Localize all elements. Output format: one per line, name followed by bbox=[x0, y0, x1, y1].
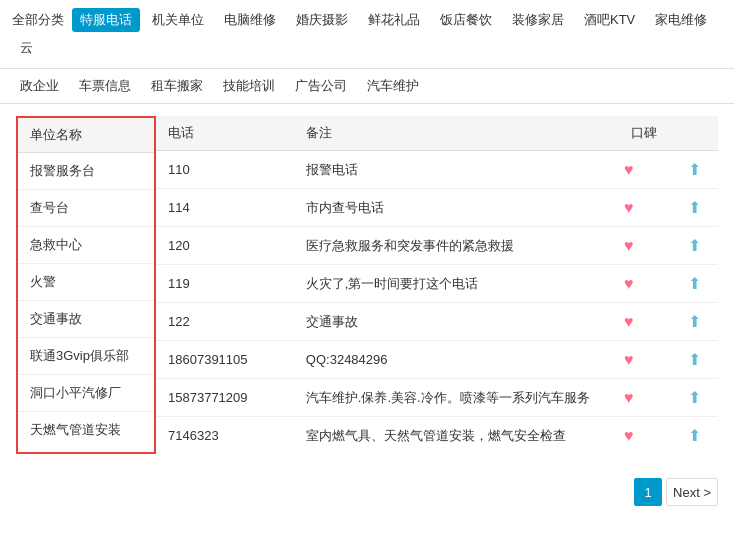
note-cell: 市内查号电话 bbox=[294, 189, 612, 227]
heart-icon[interactable]: ♥ bbox=[624, 427, 634, 444]
table-row: 119 火灾了,第一时间要打这个电话 ♥ ⬆ bbox=[156, 265, 718, 303]
heart-icon[interactable]: ♥ bbox=[624, 275, 634, 292]
phone-cell: 122 bbox=[156, 303, 294, 341]
nav-item-tejianhua[interactable]: 特服电话 bbox=[72, 8, 140, 32]
nav-item-qicheweihu[interactable]: 汽车维护 bbox=[359, 74, 427, 98]
nav-row1: 全部分类 特服电话 机关单位 电脑维修 婚庆摄影 鲜花礼品 饭店餐饮 装修家居 … bbox=[0, 0, 734, 69]
up-icon[interactable]: ⬆ bbox=[688, 161, 701, 178]
nav-row2: 政企业 车票信息 租车搬家 技能培训 广告公司 汽车维护 bbox=[0, 69, 734, 104]
up-icon[interactable]: ⬆ bbox=[688, 199, 701, 216]
note-cell: 火灾了,第一时间要打这个电话 bbox=[294, 265, 612, 303]
nav-item-hunqingsheying[interactable]: 婚庆摄影 bbox=[288, 8, 356, 32]
up-icon[interactable]: ⬆ bbox=[688, 389, 701, 406]
nav-item-more[interactable]: 云 bbox=[12, 36, 41, 60]
phone-cell: 114 bbox=[156, 189, 294, 227]
up-icon[interactable]: ⬆ bbox=[688, 313, 701, 330]
heart-icon[interactable]: ♥ bbox=[624, 351, 634, 368]
col-header-rating: 口碑 bbox=[612, 116, 676, 151]
name-cell-4: 交通事故 bbox=[18, 301, 154, 338]
col-header-phone: 电话 bbox=[156, 116, 294, 151]
note-cell: 报警电话 bbox=[294, 151, 612, 189]
rating-cell: ♥ bbox=[612, 189, 676, 227]
rating-cell: ♥ bbox=[612, 227, 676, 265]
name-column: 单位名称 报警服务台 查号台 急救中心 火警 交通事故 联通3Gvip俱乐部 洞… bbox=[16, 116, 156, 454]
phone-cell: 15873771209 bbox=[156, 379, 294, 417]
table-row: 110 报警电话 ♥ ⬆ bbox=[156, 151, 718, 189]
heart-icon[interactable]: ♥ bbox=[624, 389, 634, 406]
action-cell: ⬆ bbox=[676, 151, 718, 189]
note-cell: 汽车维护.保养.美容.冷作。喷漆等一系列汽车服务 bbox=[294, 379, 612, 417]
nav-item-diannaoWeixiu[interactable]: 电脑维修 bbox=[216, 8, 284, 32]
col-header-name: 单位名称 bbox=[18, 118, 154, 153]
phone-cell: 119 bbox=[156, 265, 294, 303]
up-icon[interactable]: ⬆ bbox=[688, 275, 701, 292]
nav-item-zuqiebanjia[interactable]: 租车搬家 bbox=[143, 74, 211, 98]
up-icon[interactable]: ⬆ bbox=[688, 427, 701, 444]
col-header-note: 备注 bbox=[294, 116, 612, 151]
action-cell: ⬆ bbox=[676, 379, 718, 417]
phone-cell: 110 bbox=[156, 151, 294, 189]
pagination: 1 Next > bbox=[0, 466, 734, 518]
name-cell-5: 联通3Gvip俱乐部 bbox=[18, 338, 154, 375]
name-cell-1: 查号台 bbox=[18, 190, 154, 227]
phone-cell: 120 bbox=[156, 227, 294, 265]
action-cell: ⬆ bbox=[676, 341, 718, 379]
rating-cell: ♥ bbox=[612, 341, 676, 379]
nav-item-jinengpeixun[interactable]: 技能培训 bbox=[215, 74, 283, 98]
nav-all-label: 全部分类 bbox=[12, 11, 64, 29]
main-content: 单位名称 报警服务台 查号台 急救中心 火警 交通事故 联通3Gvip俱乐部 洞… bbox=[0, 104, 734, 466]
action-cell: ⬆ bbox=[676, 189, 718, 227]
nav-item-fandiancanyin[interactable]: 饭店餐饮 bbox=[432, 8, 500, 32]
nav-item-jiadian[interactable]: 家电维修 bbox=[647, 8, 715, 32]
name-cell-0: 报警服务台 bbox=[18, 153, 154, 190]
table-row: 15873771209 汽车维护.保养.美容.冷作。喷漆等一系列汽车服务 ♥ ⬆ bbox=[156, 379, 718, 417]
heart-icon[interactable]: ♥ bbox=[624, 313, 634, 330]
nav-item-chepiaoxinxi[interactable]: 车票信息 bbox=[71, 74, 139, 98]
rating-cell: ♥ bbox=[612, 265, 676, 303]
phone-cell: 7146323 bbox=[156, 417, 294, 455]
table-row: 18607391105 QQ:32484296 ♥ ⬆ bbox=[156, 341, 718, 379]
next-button[interactable]: Next > bbox=[666, 478, 718, 506]
note-cell: 交通事故 bbox=[294, 303, 612, 341]
table-row: 120 医疗急救服务和突发事件的紧急救援 ♥ ⬆ bbox=[156, 227, 718, 265]
page-1-button[interactable]: 1 bbox=[634, 478, 662, 506]
heart-icon[interactable]: ♥ bbox=[624, 161, 634, 178]
nav-item-jiguandanwei[interactable]: 机关单位 bbox=[144, 8, 212, 32]
heart-icon[interactable]: ♥ bbox=[624, 199, 634, 216]
nav-item-xianhualipin[interactable]: 鲜花礼品 bbox=[360, 8, 428, 32]
action-cell: ⬆ bbox=[676, 417, 718, 455]
name-cell-2: 急救中心 bbox=[18, 227, 154, 264]
table-row: 7146323 室内燃气具、天然气管道安装，燃气安全检查 ♥ ⬆ bbox=[156, 417, 718, 455]
name-cell-3: 火警 bbox=[18, 264, 154, 301]
name-cell-7: 天燃气管道安装 bbox=[18, 412, 154, 448]
phone-cell: 18607391105 bbox=[156, 341, 294, 379]
action-cell: ⬆ bbox=[676, 303, 718, 341]
rating-cell: ♥ bbox=[612, 379, 676, 417]
nav-item-zhengqiye[interactable]: 政企业 bbox=[12, 74, 67, 98]
rating-cell: ♥ bbox=[612, 417, 676, 455]
rating-cell: ♥ bbox=[612, 151, 676, 189]
table-row: 122 交通事故 ♥ ⬆ bbox=[156, 303, 718, 341]
table-row: 114 市内查号电话 ♥ ⬆ bbox=[156, 189, 718, 227]
nav-item-zhuangxiujiaju[interactable]: 装修家居 bbox=[504, 8, 572, 32]
data-table: 电话 备注 口碑 110 报警电话 ♥ ⬆ 114 市内查号电话 ♥ ⬆ bbox=[156, 116, 718, 454]
rating-cell: ♥ bbox=[612, 303, 676, 341]
note-cell: 医疗急救服务和突发事件的紧急救援 bbox=[294, 227, 612, 265]
action-cell: ⬆ bbox=[676, 265, 718, 303]
note-cell: 室内燃气具、天然气管道安装，燃气安全检查 bbox=[294, 417, 612, 455]
nav-item-guanggao[interactable]: 广告公司 bbox=[287, 74, 355, 98]
col-header-action bbox=[676, 116, 718, 151]
up-icon[interactable]: ⬆ bbox=[688, 237, 701, 254]
heart-icon[interactable]: ♥ bbox=[624, 237, 634, 254]
note-cell: QQ:32484296 bbox=[294, 341, 612, 379]
up-icon[interactable]: ⬆ bbox=[688, 351, 701, 368]
action-cell: ⬆ bbox=[676, 227, 718, 265]
name-cell-6: 洞口小平汽修厂 bbox=[18, 375, 154, 412]
nav-item-jiubaKTV[interactable]: 酒吧KTV bbox=[576, 8, 643, 32]
